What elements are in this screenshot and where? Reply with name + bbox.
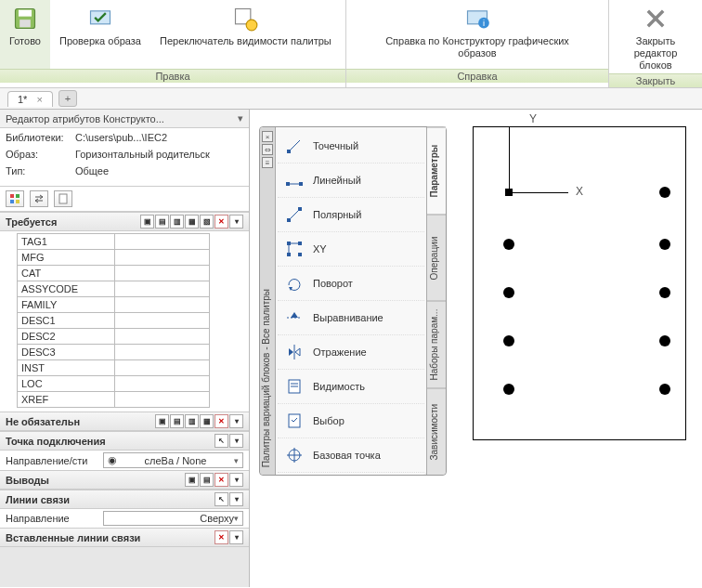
ribbon-done-button[interactable]: Готово bbox=[0, 0, 50, 69]
wires-dir-value[interactable]: Сверху ▾ bbox=[103, 511, 243, 526]
section-connection-head[interactable]: Точка подключения ↖ ▾ bbox=[0, 431, 249, 451]
palette-item-linear[interactable]: Линейный bbox=[278, 163, 424, 198]
palette-item-select[interactable]: Выбор bbox=[278, 404, 424, 438]
table-row[interactable]: LOC bbox=[18, 376, 210, 392]
sh-wire-collapse[interactable]: ▾ bbox=[229, 492, 243, 506]
section-outputs-head[interactable]: Выводы ▣ ▤ ✕ ▾ bbox=[0, 470, 249, 490]
palette-item-point[interactable]: Точечный bbox=[278, 129, 424, 163]
attr-value[interactable] bbox=[115, 392, 210, 408]
select-icon bbox=[283, 410, 306, 432]
table-row[interactable]: XREF bbox=[18, 392, 210, 408]
ribbon: Готово Проверка образа Переключатель вид… bbox=[0, 0, 702, 88]
sh-iw-delete[interactable]: ✕ bbox=[214, 530, 228, 544]
mini-btn-2[interactable] bbox=[30, 190, 48, 207]
sh-opt-2[interactable]: ▤ bbox=[170, 414, 184, 428]
side-tab-param-sets[interactable]: Наборы парам... bbox=[427, 301, 446, 388]
doc-tab-close-icon[interactable]: × bbox=[36, 94, 42, 105]
ribbon-toggle-palette-button[interactable]: Переключатель видимости палитры bbox=[150, 0, 341, 69]
ribbon-help-button[interactable]: i Справка по Конструктору графических об… bbox=[366, 0, 589, 69]
attr-value[interactable] bbox=[115, 376, 210, 392]
table-row[interactable]: MFG bbox=[18, 250, 210, 266]
connection-dir-value[interactable]: ◉ слеВа / None ▾ bbox=[103, 452, 243, 468]
sh-opt-4[interactable]: ▦ bbox=[200, 414, 214, 428]
ribbon-panel-close: Закрыть редактор блоков Закрыть bbox=[609, 0, 702, 87]
sh-iw-collapse[interactable]: ▾ bbox=[229, 530, 243, 544]
doc-tab-new-button[interactable]: + bbox=[58, 90, 77, 107]
sh-req-1[interactable]: ▣ bbox=[140, 215, 154, 229]
attr-key: LOC bbox=[18, 376, 115, 392]
side-tab-params[interactable]: Параметры bbox=[427, 127, 446, 215]
sh-wire-cursor[interactable]: ↖ bbox=[214, 492, 228, 506]
canvas-area[interactable]: × ⇔ ≡ Палитры вариаций блоков - Все пали… bbox=[250, 110, 702, 587]
swap-icon bbox=[33, 193, 45, 204]
sh-opt-delete[interactable]: ✕ bbox=[214, 414, 228, 428]
sh-out-2[interactable]: ▤ bbox=[200, 473, 214, 487]
grid-dot bbox=[503, 239, 514, 250]
mini-btn-1[interactable] bbox=[6, 190, 24, 207]
table-row[interactable]: DESC2 bbox=[18, 329, 210, 345]
table-row[interactable]: DESC1 bbox=[18, 313, 210, 329]
attr-value[interactable] bbox=[115, 345, 210, 360]
palette-item-basepoint[interactable]: Базовая точка bbox=[278, 438, 424, 473]
section-optional-head[interactable]: Не обязательн ▣ ▤ ▥ ▦ ✕ ▾ bbox=[0, 412, 249, 431]
ribbon-check-button[interactable]: Проверка образа bbox=[50, 0, 150, 69]
attr-value[interactable] bbox=[115, 297, 210, 313]
palette-item-align[interactable]: Выравнивание bbox=[278, 301, 424, 335]
ribbon-toggle-palette-label: Переключатель видимости палитры bbox=[160, 35, 332, 47]
sh-opt-1[interactable]: ▣ bbox=[155, 414, 169, 428]
palette-item-xy[interactable]: XY bbox=[278, 232, 424, 267]
attr-value[interactable] bbox=[115, 281, 210, 297]
section-inserted-wires-head[interactable]: Вставленные линии связи ✕ ▾ bbox=[0, 528, 249, 547]
palette-grip[interactable]: × ⇔ ≡ Палитры вариаций блоков - Все пали… bbox=[260, 127, 276, 475]
attr-editor-title-dropdown-icon[interactable]: ▾ bbox=[238, 112, 243, 124]
table-row[interactable]: ASSYCODE bbox=[18, 281, 210, 297]
grid-dot bbox=[503, 287, 514, 298]
sh-conn-collapse[interactable]: ▾ bbox=[229, 434, 243, 448]
sh-req-5[interactable]: ▧ bbox=[200, 215, 214, 229]
sh-out-collapse[interactable]: ▾ bbox=[229, 473, 243, 487]
doc-tab-active[interactable]: 1* × bbox=[7, 91, 53, 107]
sh-req-4[interactable]: ▦ bbox=[185, 215, 199, 229]
section-wires-head[interactable]: Линии связи ↖ ▾ bbox=[0, 490, 249, 509]
sh-req-2[interactable]: ▤ bbox=[155, 215, 169, 229]
palette-item-polar[interactable]: Полярный bbox=[278, 198, 424, 232]
ribbon-close-editor-button[interactable]: Закрыть редактор блоков bbox=[609, 0, 702, 73]
palette-menu-icon[interactable]: ≡ bbox=[262, 157, 273, 168]
attr-value[interactable] bbox=[115, 250, 210, 266]
mini-btn-3[interactable] bbox=[54, 190, 72, 207]
table-row[interactable]: DESC3 bbox=[18, 345, 210, 360]
attr-value[interactable] bbox=[115, 313, 210, 329]
attr-value[interactable] bbox=[115, 266, 210, 281]
sh-req-3[interactable]: ▥ bbox=[170, 215, 184, 229]
svg-marker-32 bbox=[289, 348, 293, 356]
sh-req-delete[interactable]: ✕ bbox=[214, 215, 228, 229]
side-tab-operations[interactable]: Операции bbox=[427, 215, 446, 302]
side-tab-constraints[interactable]: Зависимости bbox=[427, 388, 446, 476]
table-row[interactable]: CAT bbox=[18, 266, 210, 281]
attr-value[interactable] bbox=[115, 234, 210, 250]
sh-out-delete[interactable]: ✕ bbox=[214, 473, 228, 487]
attr-value[interactable] bbox=[115, 329, 210, 345]
close-x-icon bbox=[643, 6, 669, 32]
palette-toggle-icon bbox=[232, 6, 258, 32]
palette-item-rotate[interactable]: Поворот bbox=[278, 267, 424, 301]
palette-item-mirror[interactable]: Отражение bbox=[278, 335, 424, 370]
palette-close-icon[interactable]: × bbox=[262, 131, 273, 142]
doc-tab-bar: 1* × + bbox=[0, 88, 702, 110]
svg-rect-1 bbox=[19, 10, 32, 17]
palette-pin-icon[interactable]: ⇔ bbox=[262, 144, 273, 155]
sh-conn-cursor[interactable]: ↖ bbox=[214, 434, 228, 448]
sh-opt-collapse[interactable]: ▾ bbox=[229, 414, 243, 428]
sh-out-1[interactable]: ▣ bbox=[185, 473, 199, 487]
section-required: Требуется ▣ ▤ ▥ ▦ ▧ ✕ ▾ TAG1MFGCATASSYCO… bbox=[0, 212, 249, 412]
table-row[interactable]: INST bbox=[18, 360, 210, 376]
info-type-key: Тип: bbox=[6, 165, 75, 176]
table-row[interactable]: FAMILY bbox=[18, 297, 210, 313]
section-required-tools: ▣ ▤ ▥ ▦ ▧ ✕ ▾ bbox=[140, 215, 243, 229]
section-required-head[interactable]: Требуется ▣ ▤ ▥ ▦ ▧ ✕ ▾ bbox=[0, 212, 249, 231]
sh-opt-3[interactable]: ▥ bbox=[185, 414, 199, 428]
table-row[interactable]: TAG1 bbox=[18, 234, 210, 250]
sh-req-collapse[interactable]: ▾ bbox=[229, 215, 243, 229]
attr-value[interactable] bbox=[115, 360, 210, 376]
palette-item-visibility[interactable]: Видимость bbox=[278, 370, 424, 404]
